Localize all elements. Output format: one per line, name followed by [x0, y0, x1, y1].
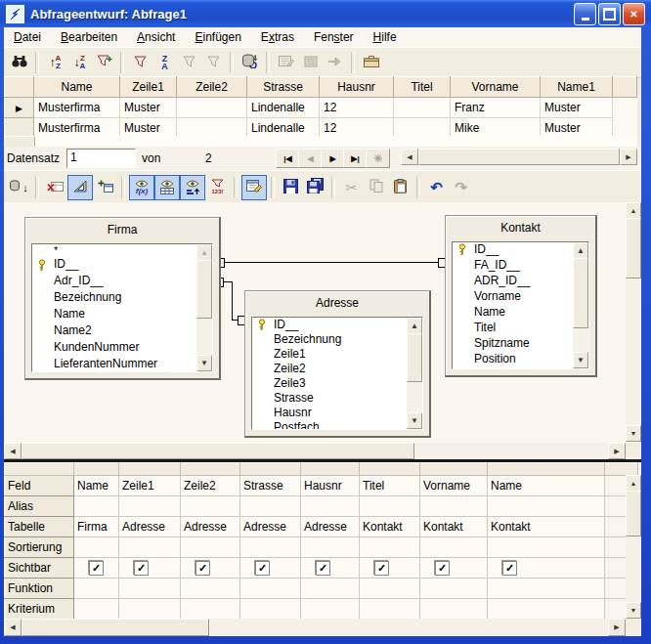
grid-cell[interactable]: Kontakt [360, 517, 420, 537]
grid-cell[interactable] [240, 579, 301, 599]
grid-cell[interactable]: Adresse [240, 517, 301, 537]
grid-cell[interactable]: Strasse [240, 476, 301, 496]
table-panel-kontakt[interactable]: Kontakt ID__ FA_ID__ ADR_ID__ Vorname Na… [445, 215, 597, 377]
goto-record-button[interactable] [323, 51, 347, 74]
field-item[interactable]: * [32, 244, 212, 257]
column-header-zeile1[interactable]: Zeile1 [120, 77, 177, 98]
field-item[interactable]: Adr_ID__ [32, 274, 212, 290]
grid-cell[interactable] [181, 537, 240, 558]
grid-cell[interactable] [119, 579, 181, 599]
column-header-name1[interactable]: Name1 [541, 77, 613, 98]
grid-cell[interactable] [488, 599, 605, 620]
add-table-button[interactable] [93, 176, 117, 199]
grid-cell[interactable]: Kontakt [488, 517, 605, 537]
diagram-horizontal-scrollbar[interactable]: ◀ ▶ [4, 443, 626, 459]
visible-checkbox[interactable]: ✓ [134, 561, 149, 576]
grid-cell[interactable]: Zeile2 [181, 476, 240, 496]
visible-checkbox[interactable]: ✓ [316, 561, 330, 576]
briefcase-button[interactable] [359, 51, 383, 74]
grid-cell[interactable]: Adresse [119, 517, 181, 537]
grid-cell[interactable] [420, 599, 488, 620]
column-header-name[interactable]: Name [34, 77, 120, 98]
join-line-firma-kontakt[interactable] [225, 262, 439, 263]
column-selector[interactable] [119, 463, 181, 476]
grid-cell[interactable] [488, 537, 605, 558]
grid-cell[interactable]: Kontakt [420, 517, 488, 537]
show-table-names-button[interactable] [154, 175, 180, 200]
visible-checkbox[interactable]: ✓ [435, 561, 450, 576]
column-selector[interactable] [360, 463, 420, 476]
scrollbar-track[interactable] [414, 443, 608, 459]
menu-item-bearbeiten[interactable]: Bearbeiten [51, 28, 127, 46]
grid-cell[interactable]: Vorname [420, 476, 488, 496]
scroll-up-button[interactable]: ▲ [626, 475, 641, 492]
field-item[interactable]: Name [32, 307, 212, 323]
table-title[interactable]: Firma [25, 218, 219, 244]
scroll-left-button[interactable]: ◀ [4, 619, 22, 636]
cut-button[interactable]: ✂ [339, 176, 364, 199]
grid-cell[interactable] [360, 579, 420, 599]
grid-cell[interactable] [488, 579, 605, 599]
scroll-right-button[interactable]: ▶ [620, 149, 637, 165]
field-list-scrollbar[interactable]: ▲ ▼ [196, 244, 212, 371]
show-sort-button[interactable] [180, 175, 205, 200]
datasheet-horizontal-scrollbar[interactable]: ◀ ▶ [401, 149, 637, 165]
field-list-scrollbar[interactable]: ▲ ▼ [573, 242, 588, 368]
last-record-button[interactable]: ▶| [343, 149, 368, 168]
sort-za-button[interactable]: ZA [152, 51, 177, 74]
grid-cell[interactable] [301, 496, 360, 517]
grid-cell[interactable] [74, 599, 119, 620]
minimize-button[interactable] [574, 3, 596, 25]
field-item[interactable]: Strasse [252, 391, 422, 406]
column-selector[interactable] [420, 463, 488, 476]
scroll-down-button[interactable]: ▼ [626, 602, 641, 619]
diagram-vertical-scrollbar[interactable]: ▲ ▼ [626, 202, 641, 442]
limit-rows-button[interactable]: 123! [205, 176, 230, 199]
scrollbar-thumb[interactable] [626, 491, 641, 537]
first-record-button[interactable]: |◀ [276, 149, 300, 168]
field-item[interactable]: Postfach [252, 420, 422, 430]
field-item[interactable]: Vorname [453, 289, 588, 305]
visible-checkbox[interactable]: ✓ [89, 561, 104, 576]
table-title[interactable]: Adresse [245, 291, 429, 318]
field-item[interactable]: Position [453, 352, 588, 367]
maximize-button[interactable] [598, 3, 621, 25]
field-item[interactable]: Hausnr [252, 406, 422, 420]
grid-cell[interactable] [420, 537, 488, 558]
next-record-button[interactable]: ▶ [321, 149, 345, 168]
grid-cell[interactable] [119, 537, 181, 558]
table-panel-firma[interactable]: Firma * ID__ Adr_ID__ Bezeichnung Name N… [24, 217, 221, 380]
scroll-down-button[interactable]: ▼ [196, 355, 212, 371]
apply-filter-button[interactable] [177, 51, 201, 74]
column-selector[interactable] [301, 463, 360, 476]
cell[interactable]: Lindenalle [247, 98, 320, 118]
titlebar[interactable]: Abfrageentwurf: Abfrage1 ✕ [0, 0, 651, 27]
grid-cell[interactable]: Zeile1 [119, 476, 181, 496]
grid-cell[interactable] [74, 579, 119, 599]
previous-record-button[interactable]: ◀ [298, 149, 323, 168]
scroll-up-button[interactable]: ▲ [407, 318, 422, 334]
refresh-data-button[interactable] [238, 51, 262, 74]
menu-item-einfuegen[interactable]: Einfügen [185, 28, 250, 46]
query-diagram-pane[interactable]: Firma * ID__ Adr_ID__ Bezeichnung Name N… [4, 202, 641, 459]
cell[interactable]: Muster [120, 98, 177, 118]
scroll-right-button[interactable]: ▶ [608, 443, 626, 459]
filter-add-button[interactable] [92, 51, 116, 74]
table-panel-adresse[interactable]: Adresse ID__ Bezeichnung Zeile1 Zeile2 Z… [244, 290, 431, 438]
new-record-button[interactable]: ✳ [366, 149, 390, 168]
close-button[interactable]: ✕ [623, 3, 645, 25]
field-list-scrollbar[interactable]: ▲ ▼ [407, 318, 422, 429]
grid-cell[interactable]: Firma [74, 517, 119, 537]
show-functions-button[interactable]: f(x) [129, 175, 154, 200]
grid-cell[interactable] [181, 496, 240, 517]
scroll-right-button[interactable]: ▶ [608, 619, 626, 636]
remove-table-button[interactable] [43, 176, 67, 199]
menu-item-ansicht[interactable]: Ansicht [127, 28, 185, 46]
properties-button[interactable] [241, 175, 267, 200]
find-button[interactable] [7, 51, 31, 74]
scroll-down-button[interactable]: ▼ [407, 412, 422, 429]
field-item[interactable]: ID__ [453, 242, 588, 258]
field-item[interactable]: LieferantenNummer [32, 357, 212, 372]
scroll-down-button[interactable]: ▼ [626, 425, 641, 442]
column-selector[interactable] [181, 463, 240, 476]
